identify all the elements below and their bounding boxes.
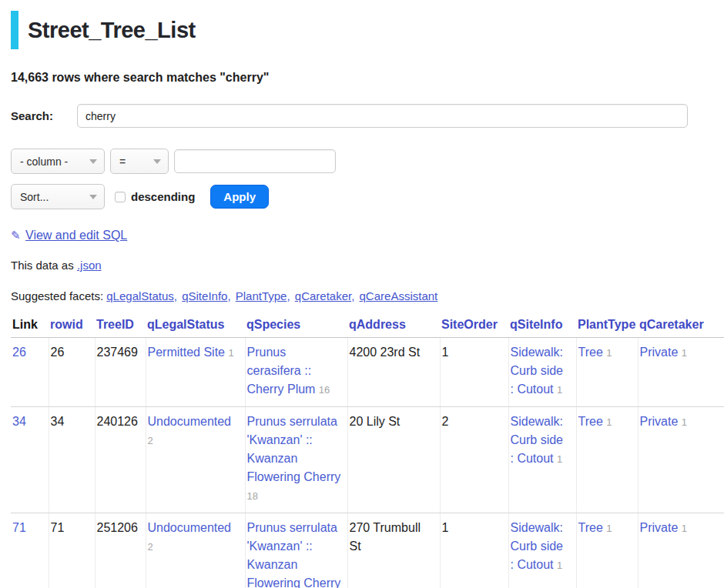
column-header-qlegalstatus[interactable]: qLegalStatus [146, 316, 245, 338]
table-row: 26 26 237469 Permitted Site 1 Prunus cer… [11, 338, 724, 407]
facet-link-qsiteinfo[interactable]: qSiteInfo [182, 289, 227, 302]
column-header-treeid[interactable]: TreeID [95, 316, 146, 338]
facet-count: 18 [247, 490, 258, 502]
column-header-planttype[interactable]: PlantType [576, 316, 638, 338]
legal-status-link[interactable]: Permitted Site [148, 346, 225, 359]
column-header-qcaretaker[interactable]: qCaretaker [638, 316, 724, 338]
json-link[interactable]: .json [77, 259, 102, 272]
view-edit-sql-link[interactable]: View and edit SQL [25, 229, 127, 242]
cell-planttype: Tree 1 [576, 407, 638, 513]
facet-count: 1 [557, 384, 562, 396]
search-input[interactable] [77, 104, 688, 128]
facet-count: 1 [682, 416, 687, 428]
caretaker-link[interactable]: Private [640, 346, 679, 359]
filter-value-input[interactable] [174, 149, 336, 173]
table-row: 71 71 251206 Undocumented 2 Prunus serru… [11, 513, 724, 588]
row-link[interactable]: 26 [12, 346, 26, 359]
apply-button[interactable]: Apply [210, 185, 269, 209]
species-link[interactable]: Prunus serrulata 'Kwanzan' :: Kwanzan Fl… [247, 415, 341, 483]
cell-treeid: 240126 [95, 407, 146, 513]
plant-type-link[interactable]: Tree [578, 415, 603, 428]
cell-qspecies: Prunus serrulata 'Kwanzan' :: Kwanzan Fl… [245, 513, 347, 588]
chevron-down-icon [89, 159, 97, 164]
cell-rowid: 71 [49, 513, 95, 588]
facet-count: 1 [606, 523, 612, 534]
column-header-rowid[interactable]: rowid [49, 316, 95, 338]
facet-count: 1 [682, 347, 687, 359]
site-info-link[interactable]: Sidewalk: Curb side : Cutout [511, 415, 563, 465]
cell-qaddress: 20 Lily St [347, 407, 440, 513]
descending-checkbox[interactable] [115, 192, 126, 202]
cell-planttype: Tree 1 [576, 513, 638, 588]
facet-count: 2 [148, 541, 153, 553]
facet-count: 1 [606, 416, 612, 428]
chevron-down-icon [153, 159, 161, 164]
page-header: Street_Tree_List [11, 11, 724, 49]
facet-count: 1 [228, 347, 233, 359]
cell-link: 34 [11, 407, 49, 513]
caretaker-link[interactable]: Private [640, 521, 679, 534]
species-link[interactable]: Prunus serrulata 'Kwanzan' :: Kwanzan Fl… [247, 521, 341, 588]
facet-link-qlegalstatus[interactable]: qLegalStatus [106, 289, 174, 302]
cell-qlegalstatus: Undocumented 2 [146, 513, 245, 588]
facet-link-qcareassistant[interactable]: qCareAssistant [360, 289, 438, 302]
sort-row: Sort... descending Apply [11, 184, 724, 209]
facet-count: 1 [557, 560, 562, 571]
accent-bar [11, 11, 18, 49]
sort-select[interactable]: Sort... [11, 184, 105, 209]
cell-qcaretaker: Private 1 [638, 513, 724, 588]
table-row: 34 34 240126 Undocumented 2 Prunus serru… [11, 407, 724, 513]
plant-type-link[interactable]: Tree [578, 521, 603, 534]
facet-separator: , [174, 289, 177, 302]
row-count-summary: 14,663 rows where search matches "cherry… [11, 71, 724, 85]
cell-treeid: 237469 [95, 338, 146, 407]
cell-link: 26 [11, 338, 49, 407]
results-table: Link rowid TreeID qLegalStatus qSpecies … [11, 316, 724, 588]
sort-select-value: Sort... [20, 191, 49, 203]
suggested-facets-line: Suggested facets: qLegalStatus, qSiteInf… [11, 289, 724, 302]
column-header-siteorder[interactable]: SiteOrder [440, 316, 508, 338]
descending-label: descending [131, 190, 195, 203]
site-info-link[interactable]: Sidewalk: Curb side : Cutout [511, 521, 563, 571]
column-select[interactable]: - column - [11, 149, 105, 174]
facet-count: 1 [682, 523, 687, 534]
data-export-prefix: This data as [11, 259, 74, 272]
cell-qlegalstatus: Undocumented 2 [146, 407, 245, 513]
page: Street_Tree_List 14,663 rows where searc… [0, 0, 724, 588]
operator-select[interactable]: = [110, 149, 169, 174]
search-form: Search: [11, 104, 724, 128]
cell-qcaretaker: Private 1 [638, 407, 724, 513]
cell-treeid: 251206 [95, 513, 146, 588]
cell-rowid: 26 [49, 338, 95, 407]
search-label: Search: [11, 109, 77, 122]
pencil-icon: ✎ [11, 229, 21, 242]
cell-qsiteinfo: Sidewalk: Curb side : Cutout 1 [508, 338, 576, 407]
cell-siteorder: 2 [440, 407, 508, 513]
column-select-value: - column - [20, 155, 68, 168]
plant-type-link[interactable]: Tree [578, 346, 603, 359]
cell-qspecies: Prunus cerasifera :: Cherry Plum 16 [245, 338, 347, 407]
facet-count: 16 [319, 384, 330, 396]
facet-count: 2 [148, 435, 153, 446]
column-header-qspecies[interactable]: qSpecies [245, 316, 347, 338]
caretaker-link[interactable]: Private [640, 415, 679, 428]
sql-line: ✎ View and edit SQL [11, 229, 724, 242]
legal-status-link[interactable]: Undocumented [148, 521, 232, 534]
cell-qaddress: 4200 23rd St [347, 338, 440, 407]
facet-count: 1 [557, 453, 562, 465]
table-header-row: Link rowid TreeID qLegalStatus qSpecies … [11, 316, 724, 338]
facet-separator: , [351, 289, 354, 302]
cell-qcaretaker: Private 1 [638, 338, 724, 407]
facet-link-planttype[interactable]: PlantType [236, 289, 287, 302]
row-link[interactable]: 34 [12, 415, 26, 428]
legal-status-link[interactable]: Undocumented [148, 415, 232, 428]
column-header-qaddress[interactable]: qAddress [347, 316, 440, 338]
species-link[interactable]: Prunus cerasifera :: Cherry Plum [247, 346, 316, 396]
facet-link-qcaretaker[interactable]: qCaretaker [295, 289, 351, 302]
cell-siteorder: 1 [440, 338, 508, 407]
row-link[interactable]: 71 [12, 521, 26, 534]
filter-row: - column - = [11, 149, 724, 174]
site-info-link[interactable]: Sidewalk: Curb side : Cutout [511, 346, 563, 396]
column-header-qsiteinfo[interactable]: qSiteInfo [508, 316, 576, 338]
chevron-down-icon [89, 195, 97, 199]
